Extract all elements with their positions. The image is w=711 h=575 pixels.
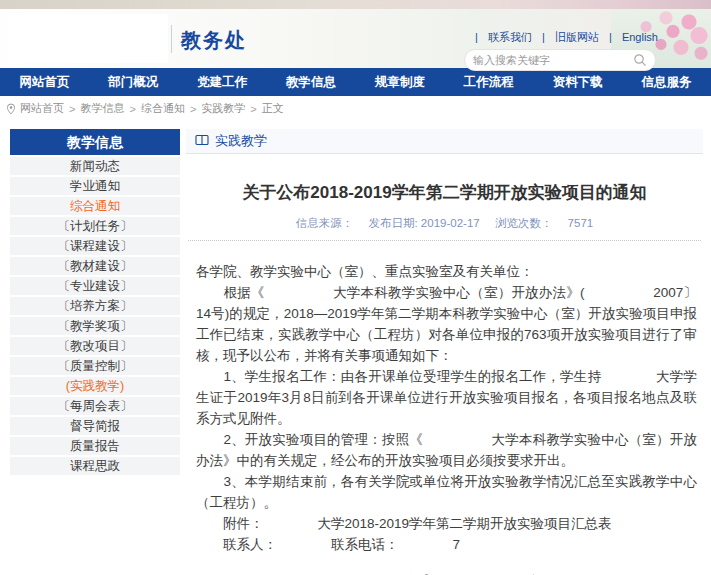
article-paragraph: 根据《 大学本科教学实验中心（室）开放办法》( 2007〕14号)的规定，201… [196,282,697,366]
breadcrumb-separator: > [69,103,75,115]
nav-item-home[interactable]: 网站首页 [0,68,89,96]
signature-org: 实践教学中心（工程坊） [405,571,554,575]
article-paragraph-attachment: 附件： 大学2018-2019学年第二学期开放实验项目汇总表 [196,513,697,534]
sidebar-title: 教学信息 [10,129,180,155]
nav-item-party-work[interactable]: 党建工作 [178,68,267,96]
meta-source-label: 信息来源： [296,217,354,229]
breadcrumb-separator: > [250,103,256,115]
link-contact-us[interactable]: 联系我们 [488,31,532,43]
title-divider [171,25,172,53]
header-links: | 联系我们 | 旧版网站 | English [468,30,658,45]
site-header: 教务处 | 联系我们 | 旧版网站 | English [0,9,711,68]
article-paragraph: 2、开放实验项目的管理：按照《 大学本科教学实验中心（室）开放办法》中的有关规定… [196,429,697,471]
breadcrumb-separator: > [190,103,196,115]
nav-item-downloads[interactable]: 资料下载 [533,68,622,96]
sidebar-item-major-construction[interactable]: 〔专业建设〕 [10,277,180,295]
breadcrumb-home[interactable]: 网站首页 [20,101,64,116]
breadcrumb-general-notice[interactable]: 综合通知 [141,101,185,116]
article-meta: 信息来源： 发布日期: 2019-02-17 浏览次数： 7571 [186,216,703,231]
university-logo [8,14,168,63]
page: 教务处 | 联系我们 | 旧版网站 | English 网站首页 部门概况 党建… [0,0,711,575]
sidebar-item-training-program[interactable]: 〔培养方案〕 [10,297,180,315]
search-icon[interactable] [633,53,647,67]
breadcrumb-practice-teaching[interactable]: 实践教学 [201,101,245,116]
breadcrumb: 网站首页 > 教学信息 > 综合通知 > 实践教学 > 正文 [0,96,711,121]
sidebar-item-textbook-construction[interactable]: 〔教材建设〕 [10,257,180,275]
sidebar: 教学信息 新闻动态 学业通知 综合通知 〔计划任务〕 〔课程建设〕 〔教材建设〕… [10,129,180,575]
article-content: 实践教学 关于公布2018-2019学年第二学期开放实验项目的通知 信息来源： … [180,129,707,575]
site-title: 教务处 [181,27,247,54]
search-box[interactable] [464,49,656,71]
section-header: 实践教学 [186,129,703,154]
sidebar-item-news[interactable]: 新闻动态 [10,157,180,175]
nav-item-department-overview[interactable]: 部门概况 [89,68,178,96]
sidebar-menu: 新闻动态 学业通知 综合通知 〔计划任务〕 〔课程建设〕 〔教材建设〕 〔专业建… [10,157,180,475]
article-title: 关于公布2018-2019学年第二学期开放实验项目的通知 [186,181,703,204]
article-paragraph: 1、学生报名工作：由各开课单位受理学生的报名工作，学生持 大学学生证于2019年… [196,366,697,429]
book-icon [195,132,209,150]
link-divider: | [609,31,612,43]
breadcrumb-teaching-info[interactable]: 教学信息 [80,101,124,116]
link-divider: | [475,31,478,43]
signature-block: 实践教学中心（工程坊） 2019年2月17日 [405,571,554,575]
nav-item-rules[interactable]: 规章制度 [356,68,445,96]
sidebar-item-academic-notice[interactable]: 学业通知 [10,177,180,195]
sidebar-item-course-ideology[interactable]: 课程思政 [10,457,180,475]
article-body: 各学院、教学实验中心（室）、重点实验室及有关单位： 根据《 大学本科教学实验中心… [186,255,703,555]
article-paragraph: 3、本学期结束前，各有关学院或单位将开放实验教学情况汇总至实践教学中心（工程坊）… [196,471,697,513]
sidebar-item-supervision-bulletin[interactable]: 督导简报 [10,417,180,435]
search-input[interactable] [473,54,633,66]
sidebar-item-general-notice[interactable]: 综合通知 [10,197,180,215]
section-label[interactable]: 实践教学 [215,132,267,150]
meta-publish-date: 发布日期: 2019-02-17 [368,217,479,229]
link-divider: | [542,31,545,43]
dotted-divider [188,240,701,241]
location-pin-icon [6,103,16,115]
header-photo-strip [0,0,711,9]
meta-views-label: 浏览次数： [495,217,553,229]
link-english[interactable]: English [622,31,658,43]
nav-item-info-service[interactable]: 信息服务 [622,68,711,96]
breadcrumb-current-article: 正文 [262,101,284,116]
sidebar-item-reform-projects[interactable]: 〔教改项目〕 [10,337,180,355]
sidebar-item-quality-report[interactable]: 质量报告 [10,437,180,455]
main-layout: 教学信息 新闻动态 学业通知 综合通知 〔计划任务〕 〔课程建设〕 〔教材建设〕… [0,121,711,575]
link-old-site[interactable]: 旧版网站 [555,31,599,43]
sidebar-item-course-construction[interactable]: 〔课程建设〕 [10,237,180,255]
nav-item-teaching-info[interactable]: 教学信息 [267,68,356,96]
sidebar-item-quality-control[interactable]: 〔质量控制〕 [10,357,180,375]
main-nav: 网站首页 部门概况 党建工作 教学信息 规章制度 工作流程 资料下载 信息服务 [0,68,711,96]
article-paragraph: 各学院、教学实验中心（室）、重点实验室及有关单位： [196,261,697,282]
nav-item-workflow[interactable]: 工作流程 [444,68,533,96]
meta-views-count: 7571 [568,217,594,229]
sidebar-item-teaching-awards[interactable]: 〔教学奖项〕 [10,317,180,335]
sidebar-item-plan-tasks[interactable]: 〔计划任务〕 [10,217,180,235]
sidebar-item-weekly-schedule[interactable]: 〔每周会表〕 [10,397,180,415]
article-paragraph-contact: 联系人： 联系电话： 7 [196,534,697,555]
breadcrumb-separator: > [129,103,135,115]
sidebar-item-practice-teaching[interactable]: (实践教学) [10,377,180,395]
